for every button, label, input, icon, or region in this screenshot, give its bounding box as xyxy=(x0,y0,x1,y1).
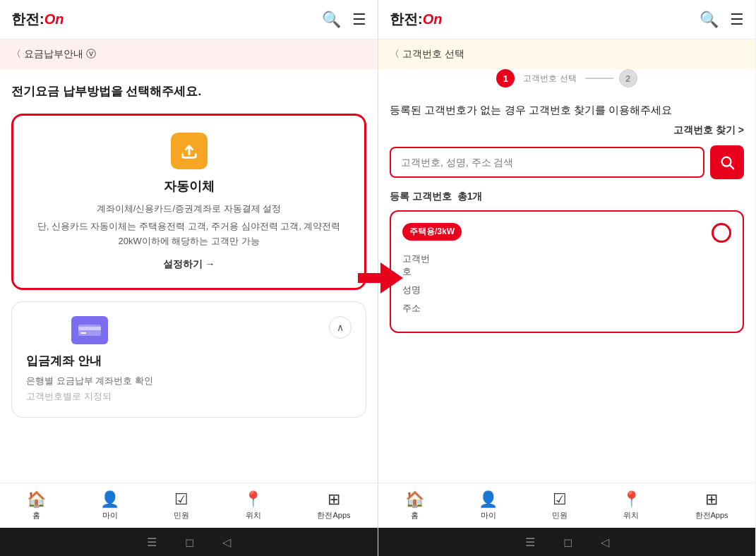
bank-card-desc-fade: 고객번호별로 지정되 xyxy=(26,390,153,403)
logo-on: On xyxy=(44,11,64,28)
bank-card-desc: 은행별 요금납부 계좌번호 확인 xyxy=(26,375,153,387)
left-page-content: 전기요금 납부방법을 선택해주세요. 자동이체 계좌이체/신용카드/증권계좌로 … xyxy=(0,69,378,483)
registered-count: 등록 고객번호 총1개 xyxy=(390,191,744,203)
info-label-name: 성명 xyxy=(402,284,431,296)
info-label-number: 고객번호 xyxy=(402,253,431,278)
left-nav-home-label: 홈 xyxy=(32,510,40,521)
left-panel-wrapper: 한전 : On 🔍 ☰ 〈 요금납부안내 ⓥ 전기요금 납부방법을 선택해주세요… xyxy=(0,0,378,556)
auto-card-link[interactable]: 설정하기 → xyxy=(28,258,350,271)
left-nav-apps[interactable]: ⊞ 한전Apps xyxy=(317,490,350,521)
bank-card: 입금계좌 안내 은행별 요금납부 계좌번호 확인 고객번호별로 지정되 ∧ xyxy=(11,301,366,418)
left-breadcrumb[interactable]: 〈 요금납부안내 ⓥ xyxy=(0,40,378,69)
right-android-menu[interactable]: ☰ xyxy=(525,536,535,549)
right-nav-civil[interactable]: ☑ 민원 xyxy=(552,490,568,521)
step-2-circle: 2 xyxy=(619,69,637,87)
step-indicator: 1 고객번호 선택 2 xyxy=(378,69,755,87)
bank-icon xyxy=(71,316,108,344)
left-menu-icon[interactable]: ☰ xyxy=(352,11,366,29)
search-button[interactable] xyxy=(710,145,744,179)
right-logo-on: On xyxy=(423,11,443,28)
svg-rect-1 xyxy=(78,327,101,330)
right-breadcrumb[interactable]: 〈 고객번호 선택 xyxy=(378,40,755,69)
auto-card-desc1: 계좌이체/신용카드/증권계좌로 자동결제 설정 xyxy=(28,202,350,217)
right-top-bar: 한전 : On 🔍 ☰ xyxy=(378,0,755,40)
bank-card-top: 입금계좌 안내 은행별 요금납부 계좌번호 확인 고객번호별로 지정되 ∧ xyxy=(26,316,352,403)
bank-left: 입금계좌 안내 은행별 요금납부 계좌번호 확인 고객번호별로 지정되 xyxy=(26,316,153,403)
navigation-arrow xyxy=(358,262,403,294)
left-android-home[interactable]: ◻ xyxy=(185,536,194,549)
right-nav-my-label: 마이 xyxy=(481,510,496,521)
right-logo: 한전 : On xyxy=(390,10,442,29)
home-icon: 🏠 xyxy=(27,490,46,509)
left-bottom-nav: 🏠 홈 👤 마이 ☑ 민원 📍 위치 ⊞ 한전Apps xyxy=(0,483,378,528)
apps-icon: ⊞ xyxy=(328,490,340,509)
info-label-address: 주소 xyxy=(402,302,431,315)
radio-button[interactable] xyxy=(712,223,731,243)
auto-card-title: 자동이체 xyxy=(28,178,350,195)
right-android-back[interactable]: ◁ xyxy=(601,536,609,549)
right-spacer xyxy=(378,333,755,483)
logo-colon: : xyxy=(40,11,44,28)
right-nav-apps-label: 한전Apps xyxy=(695,510,728,521)
find-customer-link[interactable]: 고객번호 찾기 > xyxy=(390,124,744,137)
right-phone-panel: 한전 : On 🔍 ☰ 〈 고객번호 선택 1 고객번호 선택 2 등록된 고객… xyxy=(378,0,755,556)
arrow-head xyxy=(380,262,403,294)
left-nav-civil-label: 민원 xyxy=(174,510,189,521)
location-icon: 📍 xyxy=(244,490,263,509)
left-phone-panel: 한전 : On 🔍 ☰ 〈 요금납부안내 ⓥ 전기요금 납부방법을 선택해주세요… xyxy=(0,0,378,556)
left-android-menu[interactable]: ☰ xyxy=(147,536,157,549)
arrow-body xyxy=(358,262,403,294)
auto-transfer-card[interactable]: 자동이체 계좌이체/신용카드/증권계좌로 자동결제 설정 단, 신용카드 자동이… xyxy=(11,114,366,290)
customer-tag: 주택용/3kW xyxy=(402,223,462,241)
step-1-label: 고객번호 선택 xyxy=(523,73,576,85)
bank-card-title: 입금계좌 안내 xyxy=(26,353,153,369)
left-android-back[interactable]: ◁ xyxy=(222,536,231,549)
left-nav-location[interactable]: 📍 위치 xyxy=(244,490,263,521)
left-nav-home[interactable]: 🏠 홈 xyxy=(27,490,46,521)
left-logo: 한전 : On xyxy=(11,10,64,29)
upload-icon xyxy=(171,133,208,169)
right-bottom-nav: 🏠 홈 👤 마이 ☑ 민원 📍 위치 ⊞ 한전Apps xyxy=(378,483,755,528)
civil-icon: ☑ xyxy=(174,490,188,509)
left-nav-civil[interactable]: ☑ 민원 xyxy=(174,490,189,521)
left-nav-my[interactable]: 👤 마이 xyxy=(100,490,119,521)
left-nav-apps-label: 한전Apps xyxy=(317,510,350,521)
right-civil-icon: ☑ xyxy=(553,490,567,509)
my-icon: 👤 xyxy=(100,490,119,509)
step-1-circle: 1 xyxy=(496,69,515,87)
auto-icon-container xyxy=(28,133,350,169)
right-nav-apps[interactable]: ⊞ 한전Apps xyxy=(695,490,728,521)
right-nav-civil-label: 민원 xyxy=(552,510,568,521)
customer-card[interactable]: 주택용/3kW 고객번호 성명 주소 xyxy=(390,210,744,333)
left-android-nav: ☰ ◻ ◁ xyxy=(0,528,378,556)
step-line xyxy=(585,78,613,79)
right-nav-home[interactable]: 🏠 홈 xyxy=(405,490,424,521)
search-input[interactable] xyxy=(390,147,704,178)
customer-info-row-number: 고객번호 xyxy=(402,253,731,278)
auto-card-desc2: 단, 신용카드 자동이체는 주택용전력 고객, 주거용 심야전력 고객, 계약전… xyxy=(28,219,350,249)
right-location-icon: 📍 xyxy=(622,490,641,509)
customer-info-row-address: 주소 xyxy=(402,302,731,315)
customer-card-top: 주택용/3kW xyxy=(402,223,731,243)
logo-text: 한전 xyxy=(11,10,40,29)
info-text: 등록된 고객번호가 없는 경우 고객번호 찾기를 이용해주세요 xyxy=(390,102,744,119)
customer-info-row-name: 성명 xyxy=(402,284,731,296)
right-nav-location[interactable]: 📍 위치 xyxy=(622,490,641,521)
left-section-title: 전기요금 납부방법을 선택해주세요. xyxy=(11,83,366,99)
right-logo-colon: : xyxy=(418,11,423,28)
right-nav-home-label: 홈 xyxy=(411,510,419,521)
left-top-bar: 한전 : On 🔍 ☰ xyxy=(0,0,378,40)
left-search-icon[interactable]: 🔍 xyxy=(322,11,341,29)
right-android-home[interactable]: ◻ xyxy=(563,536,572,549)
right-logo-text: 한전 xyxy=(390,10,418,29)
total-count: 총1개 xyxy=(457,191,483,202)
right-nav-my[interactable]: 👤 마이 xyxy=(479,490,498,521)
right-android-nav: ☰ ◻ ◁ xyxy=(378,528,755,556)
expand-button[interactable]: ∧ xyxy=(329,316,352,339)
right-top-icons: 🔍 ☰ xyxy=(700,11,744,29)
right-my-icon: 👤 xyxy=(479,490,498,509)
right-search-icon[interactable]: 🔍 xyxy=(700,11,719,29)
right-home-icon: 🏠 xyxy=(405,490,424,509)
svg-rect-2 xyxy=(80,332,86,334)
right-menu-icon[interactable]: ☰ xyxy=(730,11,744,29)
